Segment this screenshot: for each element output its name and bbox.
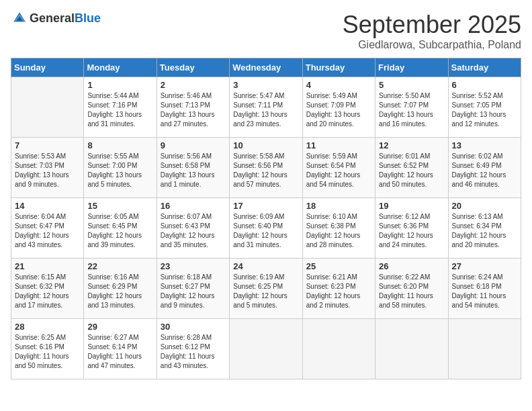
- day-info: Sunrise: 5:44 AMSunset: 7:16 PMDaylight:…: [87, 91, 152, 129]
- day-info: Sunrise: 6:19 AMSunset: 6:25 PMDaylight:…: [233, 273, 298, 310]
- day-info: Sunrise: 5:55 AMSunset: 7:00 PMDaylight:…: [87, 152, 152, 189]
- calendar-day-cell: 3Sunrise: 5:47 AMSunset: 7:11 PMDaylight…: [230, 77, 302, 138]
- day-info: Sunrise: 6:27 AMSunset: 6:14 PMDaylight:…: [87, 333, 152, 371]
- calendar-day-cell: 30Sunrise: 6:28 AMSunset: 6:12 PMDayligh…: [157, 319, 229, 379]
- calendar-day-cell: [302, 319, 375, 379]
- calendar-day-cell: 19Sunrise: 6:12 AMSunset: 6:36 PMDayligh…: [375, 198, 448, 259]
- day-info: Sunrise: 6:01 AMSunset: 6:52 PMDaylight:…: [379, 152, 444, 189]
- calendar-day-cell: 23Sunrise: 6:18 AMSunset: 6:27 PMDayligh…: [157, 259, 229, 319]
- calendar-day-cell: 26Sunrise: 6:22 AMSunset: 6:20 PMDayligh…: [375, 259, 448, 319]
- calendar-day-cell: 1Sunrise: 5:44 AMSunset: 7:16 PMDaylight…: [84, 77, 157, 138]
- day-number: 5: [379, 80, 444, 90]
- day-info: Sunrise: 6:02 AMSunset: 6:49 PMDaylight:…: [452, 152, 517, 189]
- calendar-week-row: 7Sunrise: 5:53 AMSunset: 7:03 PMDaylight…: [11, 138, 521, 198]
- day-info: Sunrise: 6:21 AMSunset: 6:23 PMDaylight:…: [306, 273, 371, 310]
- logo-text-blue: Blue: [75, 12, 101, 24]
- calendar-week-row: 28Sunrise: 6:25 AMSunset: 6:16 PMDayligh…: [11, 319, 521, 379]
- calendar-day-cell: 14Sunrise: 6:04 AMSunset: 6:47 PMDayligh…: [11, 198, 84, 259]
- calendar-day-cell: 9Sunrise: 5:56 AMSunset: 6:58 PMDaylight…: [157, 138, 229, 198]
- calendar-day-cell: 7Sunrise: 5:53 AMSunset: 7:03 PMDaylight…: [11, 138, 84, 198]
- day-number: 1: [87, 80, 152, 90]
- day-info: Sunrise: 6:28 AMSunset: 6:12 PMDaylight:…: [161, 333, 226, 371]
- day-number: 3: [233, 80, 298, 90]
- day-info: Sunrise: 6:25 AMSunset: 6:16 PMDaylight:…: [15, 333, 80, 371]
- day-number: 18: [306, 201, 371, 211]
- day-number: 4: [306, 80, 371, 90]
- weekday-header-cell: Monday: [84, 58, 157, 77]
- day-number: 6: [452, 80, 517, 90]
- day-number: 7: [15, 140, 80, 150]
- day-info: Sunrise: 5:53 AMSunset: 7:03 PMDaylight:…: [15, 152, 80, 189]
- calendar-day-cell: 2Sunrise: 5:46 AMSunset: 7:13 PMDaylight…: [157, 77, 229, 138]
- day-info: Sunrise: 5:49 AMSunset: 7:09 PMDaylight:…: [306, 91, 371, 129]
- calendar-day-cell: 18Sunrise: 6:10 AMSunset: 6:38 PMDayligh…: [302, 198, 375, 259]
- weekday-header-cell: Sunday: [11, 58, 84, 77]
- day-info: Sunrise: 5:50 AMSunset: 7:07 PMDaylight:…: [379, 91, 444, 129]
- logo-text-general: General: [30, 12, 75, 24]
- weekday-header-cell: Wednesday: [230, 58, 302, 77]
- day-number: 28: [15, 322, 80, 332]
- calendar-day-cell: 8Sunrise: 5:55 AMSunset: 7:00 PMDaylight…: [84, 138, 157, 198]
- day-number: 2: [161, 80, 226, 90]
- day-number: 21: [15, 261, 80, 271]
- day-info: Sunrise: 6:04 AMSunset: 6:47 PMDaylight:…: [15, 212, 80, 250]
- day-info: Sunrise: 6:22 AMSunset: 6:20 PMDaylight:…: [379, 273, 444, 310]
- calendar-day-cell: 4Sunrise: 5:49 AMSunset: 7:09 PMDaylight…: [302, 77, 375, 138]
- calendar-day-cell: 21Sunrise: 6:15 AMSunset: 6:32 PMDayligh…: [11, 259, 84, 319]
- calendar-day-cell: 29Sunrise: 6:27 AMSunset: 6:14 PMDayligh…: [84, 319, 157, 379]
- day-number: 23: [161, 261, 226, 271]
- page-header: GeneralBlue September 2025 Giedlarowa, S…: [11, 11, 521, 51]
- day-number: 19: [379, 201, 444, 211]
- day-number: 11: [306, 140, 371, 150]
- calendar-day-cell: 6Sunrise: 5:52 AMSunset: 7:05 PMDaylight…: [448, 77, 521, 138]
- calendar-day-cell: 25Sunrise: 6:21 AMSunset: 6:23 PMDayligh…: [302, 259, 375, 319]
- calendar-day-cell: 22Sunrise: 6:16 AMSunset: 6:29 PMDayligh…: [84, 259, 157, 319]
- logo: GeneralBlue: [11, 11, 101, 26]
- day-number: 9: [161, 140, 226, 150]
- day-number: 15: [87, 201, 152, 211]
- month-title: September 2025: [343, 11, 521, 39]
- calendar-day-cell: [11, 77, 84, 138]
- calendar-week-row: 14Sunrise: 6:04 AMSunset: 6:47 PMDayligh…: [11, 198, 521, 259]
- calendar-table: SundayMondayTuesdayWednesdayThursdayFrid…: [11, 58, 521, 379]
- calendar-day-cell: [375, 319, 448, 379]
- day-info: Sunrise: 6:10 AMSunset: 6:38 PMDaylight:…: [306, 212, 371, 250]
- title-section: September 2025 Giedlarowa, Subcarpathia,…: [343, 11, 521, 51]
- calendar-day-cell: 15Sunrise: 6:05 AMSunset: 6:45 PMDayligh…: [84, 198, 157, 259]
- calendar-day-cell: 20Sunrise: 6:13 AMSunset: 6:34 PMDayligh…: [448, 198, 521, 259]
- day-number: 14: [15, 201, 80, 211]
- day-info: Sunrise: 6:24 AMSunset: 6:18 PMDaylight:…: [452, 273, 517, 310]
- day-number: 24: [233, 261, 298, 271]
- calendar-day-cell: 11Sunrise: 5:59 AMSunset: 6:54 PMDayligh…: [302, 138, 375, 198]
- day-info: Sunrise: 5:59 AMSunset: 6:54 PMDaylight:…: [306, 152, 371, 189]
- day-info: Sunrise: 5:58 AMSunset: 6:56 PMDaylight:…: [233, 152, 298, 189]
- weekday-header-cell: Saturday: [448, 58, 521, 77]
- day-number: 16: [161, 201, 226, 211]
- day-info: Sunrise: 6:09 AMSunset: 6:40 PMDaylight:…: [233, 212, 298, 250]
- day-number: 13: [452, 140, 517, 150]
- calendar-day-cell: 16Sunrise: 6:07 AMSunset: 6:43 PMDayligh…: [157, 198, 229, 259]
- calendar-day-cell: 5Sunrise: 5:50 AMSunset: 7:07 PMDaylight…: [375, 77, 448, 138]
- day-info: Sunrise: 6:16 AMSunset: 6:29 PMDaylight:…: [87, 273, 152, 310]
- calendar-day-cell: 24Sunrise: 6:19 AMSunset: 6:25 PMDayligh…: [230, 259, 302, 319]
- day-info: Sunrise: 6:13 AMSunset: 6:34 PMDaylight:…: [452, 212, 517, 250]
- day-number: 12: [379, 140, 444, 150]
- weekday-header-cell: Friday: [375, 58, 448, 77]
- day-number: 27: [452, 261, 517, 271]
- day-number: 30: [161, 322, 226, 332]
- day-number: 10: [233, 140, 298, 150]
- location-title: Giedlarowa, Subcarpathia, Poland: [343, 39, 521, 51]
- calendar-week-row: 21Sunrise: 6:15 AMSunset: 6:32 PMDayligh…: [11, 259, 521, 319]
- day-info: Sunrise: 6:07 AMSunset: 6:43 PMDaylight:…: [161, 212, 226, 250]
- day-info: Sunrise: 5:56 AMSunset: 6:58 PMDaylight:…: [161, 152, 226, 189]
- day-info: Sunrise: 6:18 AMSunset: 6:27 PMDaylight:…: [161, 273, 226, 310]
- calendar-day-cell: 17Sunrise: 6:09 AMSunset: 6:40 PMDayligh…: [230, 198, 302, 259]
- day-number: 26: [379, 261, 444, 271]
- day-info: Sunrise: 6:12 AMSunset: 6:36 PMDaylight:…: [379, 212, 444, 250]
- day-info: Sunrise: 6:15 AMSunset: 6:32 PMDaylight:…: [15, 273, 80, 310]
- calendar-day-cell: 10Sunrise: 5:58 AMSunset: 6:56 PMDayligh…: [230, 138, 302, 198]
- day-number: 17: [233, 201, 298, 211]
- day-number: 29: [87, 322, 152, 332]
- day-number: 25: [306, 261, 371, 271]
- calendar-day-cell: [448, 319, 521, 379]
